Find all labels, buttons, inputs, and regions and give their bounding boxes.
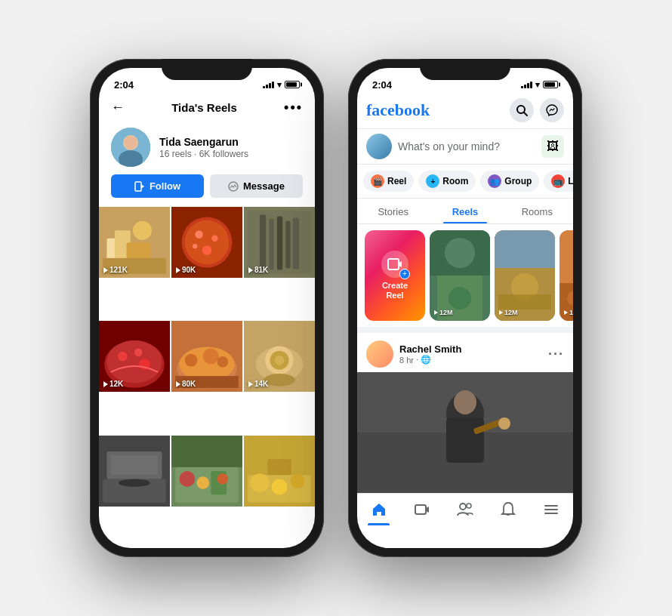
profile-info: Tida Saengarun 16 reels · 6K followers [159,136,303,159]
reel-cell-8[interactable] [171,436,242,507]
svg-point-29 [106,340,162,383]
profile-section: Tida Saengarun 16 reels · 6K followers [99,122,315,174]
svg-point-36 [185,354,198,367]
room-action-button[interactable]: + Room [418,171,476,192]
create-reel-plus-icon: + [399,269,410,279]
poster-avatar [366,340,393,368]
reel-cell-2[interactable]: 90K [171,207,242,278]
svg-rect-4 [135,182,141,191]
back-button[interactable]: ← [111,100,125,116]
nav-home[interactable] [357,494,400,525]
post-more-options[interactable]: ··· [548,346,564,362]
svg-point-50 [119,479,150,486]
reel-thumb-2[interactable]: 12M [495,230,555,321]
post-input[interactable]: What's on your mind? [398,140,535,152]
nav-video[interactable] [400,494,443,525]
svg-point-18 [202,245,212,255]
create-reel-label: CreateReel [382,281,408,300]
svg-rect-73 [495,230,555,268]
reel-cell-6[interactable]: 14K [244,321,315,392]
reel-cell-7[interactable] [99,436,170,507]
poster-info: Rachel Smith 8 hr · 🌐 [399,343,542,365]
follow-button[interactable]: Follow [111,174,204,198]
live-action-label: Live [568,176,573,186]
phone2-battery [543,81,558,88]
phone1-status-icons: ▾ [263,80,300,90]
tab-rooms[interactable]: Rooms [501,199,573,223]
quick-actions: 🎬 Reel + Room 👥 Group 📺 Live [357,165,573,199]
nav-notifications[interactable] [487,494,530,525]
post-header: Rachel Smith 8 hr · 🌐 ··· [357,333,573,372]
reel-thumb-3[interactable]: 12M [559,230,573,321]
fb-bottom-nav [357,493,573,525]
nav-menu[interactable] [530,494,573,525]
page-title: Tida's Reels [171,101,237,114]
message-button[interactable]: Message [210,174,303,198]
poster-meta: 8 hr · 🌐 [399,355,542,365]
svg-point-3 [124,136,137,149]
reel-cell-1[interactable]: 121K [99,207,170,278]
svg-rect-57 [171,436,242,467]
svg-point-53 [179,471,195,487]
friends-icon [457,501,473,518]
svg-point-90 [498,417,510,430]
poster-name: Rachel Smith [399,343,542,355]
reels-grid: 121K 90K [99,207,315,548]
fb-logo: facebook [366,100,430,120]
svg-point-16 [195,230,202,238]
reel-action-button[interactable]: 🎬 Reel [363,171,414,192]
phone2-wifi-icon: ▾ [535,80,540,90]
reel-cell-4[interactable]: 12K [99,321,170,392]
reel-icon: 🎬 [371,174,384,188]
svg-point-30 [118,352,128,362]
svg-rect-78 [559,230,573,283]
reel-image-9 [244,436,315,507]
svg-line-65 [524,112,527,116]
svg-rect-66 [388,259,399,270]
reel-thumb-image-1 [430,230,490,321]
phone1-battery [285,81,300,88]
tab-stories[interactable]: Stories [357,199,429,223]
content-tabs: Stories Reels Rooms [357,199,573,224]
reel-image-8 [171,436,242,507]
profile-name: Tida Saengarun [159,136,303,148]
reel-cell-9[interactable] [244,436,315,507]
live-action-button[interactable]: 📺 Live [544,171,573,192]
create-reel-button[interactable]: + CreateReel [365,230,425,321]
svg-point-11 [133,221,152,240]
phone1-nav-bar: ← Tida's Reels ••• [99,95,315,122]
svg-rect-49 [111,455,159,475]
search-button[interactable] [510,98,534,122]
photo-upload-button[interactable]: 🖼 [541,135,564,158]
reel-thumb-1[interactable]: 12M [430,230,490,321]
svg-point-37 [203,349,219,365]
reel-count-3: 81K [248,266,268,274]
reel-cell-5[interactable]: 80K [171,321,242,392]
post-card: Rachel Smith 8 hr · 🌐 ··· [357,327,573,493]
phone2-signal [521,81,532,88]
svg-point-93 [467,504,471,508]
follow-label: Follow [150,180,180,192]
reels-icon [134,181,145,192]
reel-thumb-count-3: 12M [564,309,573,316]
phone1-time: 2:04 [114,79,134,91]
tab-reels[interactable]: Reels [429,199,501,223]
more-options-button[interactable]: ••• [284,100,303,116]
reel-thumb-image-3 [559,230,573,321]
nav-friends[interactable] [443,494,486,525]
group-action-button[interactable]: 👥 Group [480,171,539,192]
post-box: What's on your mind? 🖼 [357,128,573,165]
svg-point-92 [460,504,466,510]
reel-count-5: 80K [176,380,196,388]
group-action-label: Group [504,176,532,186]
reel-cell-3[interactable]: 81K [244,207,315,278]
phone1-screen: 2:04 ▾ ← Tida's Reels ••• [99,68,315,548]
phone-2: 2:04 ▾ facebook [348,59,582,557]
reel-image-7 [99,436,170,507]
reel-thumb-count-2: 12M [499,309,518,316]
svg-point-60 [250,473,269,492]
svg-point-62 [291,474,305,488]
avatar-image [111,128,150,167]
svg-point-54 [196,476,209,489]
messenger-button[interactable] [540,98,564,122]
